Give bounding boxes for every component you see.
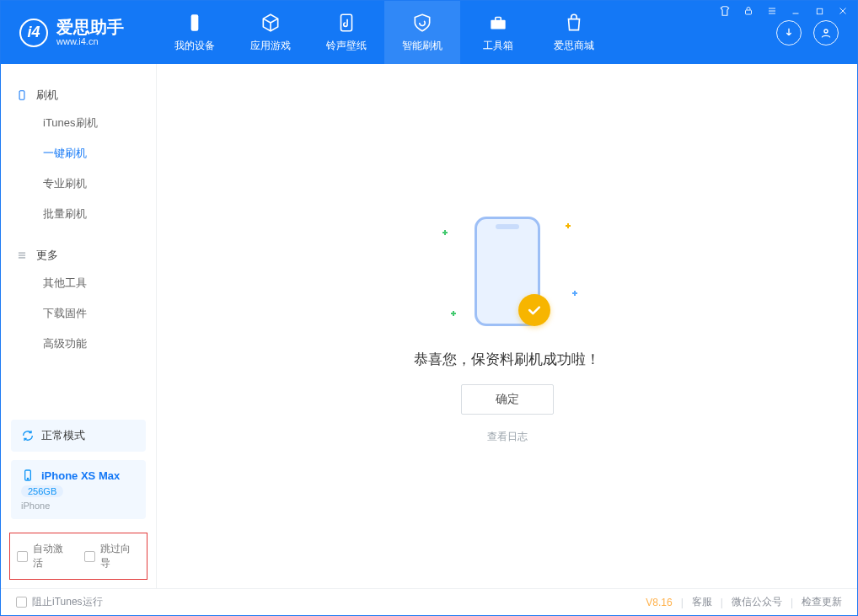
mode-label: 正常模式 <box>41 428 85 443</box>
music-file-icon <box>335 12 357 34</box>
app-logo: i4 爱思助手 www.i4.cn <box>1 1 157 64</box>
nav-ringtone[interactable]: 铃声壁纸 <box>308 1 384 64</box>
list-icon <box>16 249 28 261</box>
ok-button[interactable]: 确定 <box>461 384 554 415</box>
group-title: 更多 <box>36 248 58 263</box>
lock-icon[interactable] <box>741 4 756 18</box>
top-nav: 我的设备 应用游戏 铃声壁纸 智能刷机 工具箱 爱思商城 <box>157 1 776 64</box>
device-icon <box>21 469 35 482</box>
shield-refresh-icon <box>411 12 433 34</box>
menu-icon[interactable] <box>764 4 780 18</box>
checkbox-label: 跳过向导 <box>100 542 140 570</box>
app-subtitle: www.i4.cn <box>56 36 124 46</box>
sidebar: 刷机 iTunes刷机 一键刷机 专业刷机 批量刷机 更多 其他工具 下载固件 … <box>1 64 157 588</box>
device-name: iPhone XS Max <box>41 469 120 482</box>
nav-apps[interactable]: 应用游戏 <box>233 1 308 64</box>
footer-link-update[interactable]: 检查更新 <box>802 595 842 609</box>
sidebar-item-batch[interactable]: 批量刷机 <box>1 199 156 229</box>
sidebar-group-more: 更多 其他工具 下载固件 高级功能 <box>1 236 156 366</box>
nav-device[interactable]: 我的设备 <box>157 1 233 64</box>
minimize-button[interactable] <box>788 4 803 18</box>
checkbox-block-itunes[interactable]: 阻止iTunes运行 <box>16 595 103 609</box>
sidebar-item-advanced[interactable]: 高级功能 <box>1 329 156 359</box>
sidebar-group-flash: 刷机 iTunes刷机 一键刷机 专业刷机 批量刷机 <box>1 76 156 236</box>
footer-link-wechat[interactable]: 微信公众号 <box>732 595 782 609</box>
device-storage: 256GB <box>21 485 63 497</box>
group-title: 刷机 <box>36 88 58 103</box>
user-button[interactable] <box>813 20 839 46</box>
toolbox-icon <box>487 12 509 34</box>
app-window: i4 爱思助手 www.i4.cn 我的设备 应用游戏 铃声壁纸 智能刷机 <box>0 0 858 616</box>
separator: | <box>721 597 723 608</box>
nav-flash[interactable]: 智能刷机 <box>384 1 460 64</box>
main-content: 恭喜您，保资料刷机成功啦！ 确定 查看日志 <box>157 64 857 588</box>
device-type: iPhone <box>21 501 136 511</box>
bag-icon <box>563 12 585 34</box>
close-button[interactable] <box>835 4 850 18</box>
version-label: V8.16 <box>646 597 672 608</box>
svg-rect-11 <box>496 18 501 21</box>
svg-point-18 <box>27 478 28 479</box>
view-log-link[interactable]: 查看日志 <box>487 430 528 444</box>
checkbox-label: 自动激活 <box>33 542 72 570</box>
device-panel[interactable]: iPhone XS Max 256GB iPhone <box>11 460 146 519</box>
sparkle-icon <box>442 230 448 235</box>
header: i4 爱思助手 www.i4.cn 我的设备 应用游戏 铃声壁纸 智能刷机 <box>1 1 857 64</box>
check-badge-icon <box>518 294 550 326</box>
app-title: 爱思助手 <box>56 18 124 36</box>
svg-point-12 <box>824 29 828 33</box>
shirt-icon[interactable] <box>717 4 732 18</box>
separator: | <box>681 597 684 608</box>
mode-panel[interactable]: 正常模式 <box>11 420 146 452</box>
sidebar-item-itunes[interactable]: iTunes刷机 <box>1 108 156 138</box>
cube-icon <box>260 12 282 34</box>
checkbox-icon <box>16 597 27 608</box>
logo-icon: i4 <box>19 19 48 47</box>
separator: | <box>791 597 793 608</box>
nav-label: 工具箱 <box>483 39 513 53</box>
sidebar-item-other-tools[interactable]: 其他工具 <box>1 268 156 298</box>
success-panel: 恭喜您，保资料刷机成功啦！ 确定 查看日志 <box>157 64 857 588</box>
nav-label: 爱思商城 <box>554 39 594 53</box>
svg-rect-8 <box>191 14 199 31</box>
svg-rect-0 <box>746 10 752 14</box>
footer: 阻止iTunes运行 V8.16 | 客服 | 微信公众号 | 检查更新 <box>1 588 857 615</box>
success-message: 恭喜您，保资料刷机成功啦！ <box>414 350 600 369</box>
footer-link-support[interactable]: 客服 <box>692 595 712 609</box>
sidebar-item-oneclick[interactable]: 一键刷机 <box>1 138 156 169</box>
svg-rect-5 <box>817 8 822 13</box>
window-controls <box>717 4 850 18</box>
checkbox-label: 阻止iTunes运行 <box>32 595 103 609</box>
nav-label: 我的设备 <box>174 39 215 53</box>
maximize-button[interactable] <box>812 4 827 18</box>
sparkle-icon <box>572 291 577 296</box>
sidebar-item-download-fw[interactable]: 下载固件 <box>1 298 156 329</box>
nav-toolbox[interactable]: 工具箱 <box>460 1 536 64</box>
success-illustration <box>436 208 579 335</box>
svg-rect-13 <box>19 91 24 100</box>
download-button[interactable] <box>776 20 802 46</box>
sidebar-item-pro[interactable]: 专业刷机 <box>1 169 156 199</box>
body: 刷机 iTunes刷机 一键刷机 专业刷机 批量刷机 更多 其他工具 下载固件 … <box>1 64 857 588</box>
phone-icon <box>184 12 206 34</box>
checkbox-icon <box>84 551 95 562</box>
svg-rect-9 <box>341 14 352 31</box>
sparkle-icon <box>566 223 571 228</box>
nav-store[interactable]: 爱思商城 <box>536 1 612 64</box>
sync-icon <box>21 429 35 442</box>
nav-label: 应用游戏 <box>250 39 291 53</box>
sidebar-panels: 正常模式 iPhone XS Max 256GB iPhone <box>1 420 156 528</box>
checkbox-icon <box>17 551 28 562</box>
sparkle-icon <box>451 311 456 316</box>
nav-label: 铃声壁纸 <box>326 39 367 53</box>
checkbox-skip-guide[interactable]: 跳过向导 <box>84 542 140 570</box>
sidebar-options-box: 自动激活 跳过向导 <box>9 533 147 580</box>
nav-label: 智能刷机 <box>402 39 442 53</box>
phone-outline-icon <box>16 89 28 101</box>
checkbox-auto-activate[interactable]: 自动激活 <box>17 542 72 570</box>
